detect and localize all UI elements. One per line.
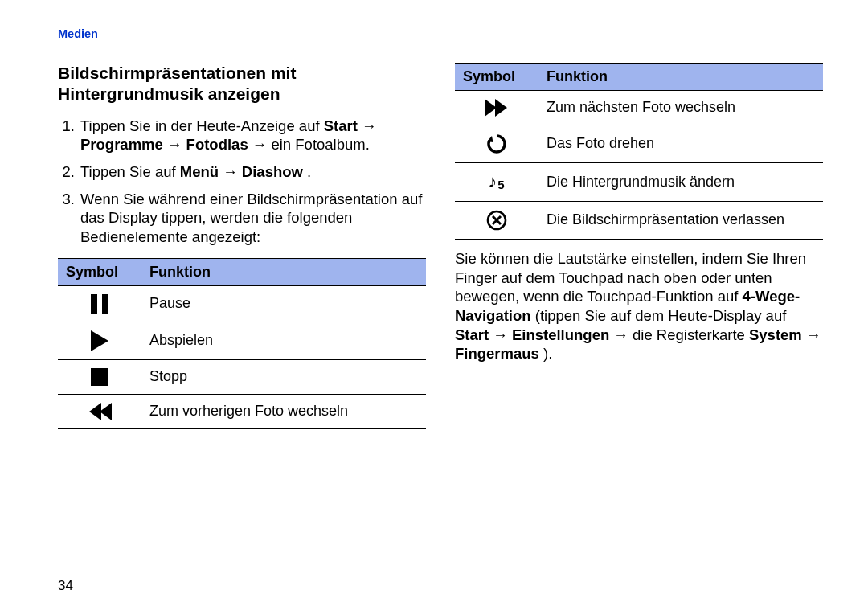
rewind-icon (88, 403, 112, 420)
two-column-layout: Bildschirmpräsentationen mit Hintergrund… (58, 63, 829, 429)
step-text: Wenn Sie während einer Bildschirmpräsent… (80, 191, 422, 245)
step-2: Tippen Sie auf Menü → Diashow . (79, 162, 426, 182)
page-number: 34 (58, 578, 73, 594)
table-row: ♪5 Die Hintergrundmusik ändern (455, 163, 823, 202)
function-cell: Die Hintergrundmusik ändern (538, 163, 823, 202)
th-symbol: Symbol (58, 258, 141, 285)
table-row: Das Foto drehen (455, 125, 823, 163)
section-label: Medien (58, 27, 829, 40)
symbol-cell (455, 91, 538, 125)
para-bold: Start → Einstellungen → (455, 326, 628, 343)
function-cell: Die Bildschirmpräsentation verlassen (538, 202, 823, 240)
table-row: Abspielen (58, 322, 426, 359)
close-icon (486, 210, 507, 231)
symbol-table-right: Symbol Funktion Zum nächsten Foto wechse… (455, 63, 823, 240)
function-cell: Abspielen (141, 322, 426, 359)
function-cell: Stopp (141, 359, 426, 394)
music-icon: ♪5 (488, 171, 505, 193)
symbol-cell (58, 359, 141, 394)
forward-icon (485, 99, 509, 117)
table-header-row: Symbol Funktion (455, 64, 823, 91)
para-text: die Registerkarte (633, 326, 749, 343)
symbol-cell (58, 285, 141, 322)
symbol-cell: ♪5 (455, 163, 538, 202)
page-title: Bildschirmpräsentationen mit Hintergrund… (58, 63, 426, 105)
function-cell: Pause (141, 285, 426, 322)
step-text: Tippen Sie auf (80, 163, 180, 180)
symbol-cell (455, 202, 538, 240)
symbol-cell (58, 394, 141, 428)
table-row: Zum vorherigen Foto wechseln (58, 394, 426, 428)
step-text: ein Fotoalbum. (271, 136, 369, 153)
para-text: (tippen Sie auf dem Heute-Display auf (535, 307, 787, 324)
svg-marker-0 (487, 136, 493, 142)
th-funktion: Funktion (141, 258, 426, 285)
step-text: . (307, 163, 311, 180)
table-row: Stopp (58, 359, 426, 394)
steps-list: Tippen Sie in der Heute-Anzeige auf Star… (58, 117, 426, 247)
rotate-icon (486, 133, 507, 154)
right-column: Symbol Funktion Zum nächsten Foto wechse… (455, 63, 823, 429)
step-3: Wenn Sie während einer Bildschirmpräsent… (79, 190, 426, 247)
function-cell: Zum vorherigen Foto wechseln (141, 394, 426, 428)
table-row: Die Bildschirmpräsentation verlassen (455, 202, 823, 240)
pause-icon (91, 294, 108, 314)
play-icon (91, 330, 108, 351)
para-bold: Fingermaus (455, 345, 539, 362)
left-column: Bildschirmpräsentationen mit Hintergrund… (58, 63, 426, 429)
stop-icon (91, 368, 108, 386)
function-cell: Das Foto drehen (538, 125, 823, 163)
symbol-cell (455, 125, 538, 163)
table-row: Pause (58, 285, 426, 322)
step-bold: Menü → Diashow (180, 163, 303, 180)
volume-paragraph: Sie können die Lautstärke einstellen, in… (455, 249, 823, 363)
function-cell: Zum nächsten Foto wechseln (538, 91, 823, 125)
th-symbol: Symbol (455, 64, 538, 91)
para-text: ). (543, 345, 552, 362)
th-funktion: Funktion (538, 64, 823, 91)
manual-page: Medien Bildschirmpräsentationen mit Hint… (0, 0, 868, 615)
symbol-cell (58, 322, 141, 359)
symbol-table-left: Symbol Funktion Pause Abspielen (58, 258, 426, 430)
step-1: Tippen Sie in der Heute-Anzeige auf Star… (79, 117, 426, 154)
step-text: Tippen Sie in der Heute-Anzeige auf (80, 117, 324, 134)
table-header-row: Symbol Funktion (58, 258, 426, 285)
para-bold: System → (749, 326, 821, 343)
table-row: Zum nächsten Foto wechseln (455, 91, 823, 125)
